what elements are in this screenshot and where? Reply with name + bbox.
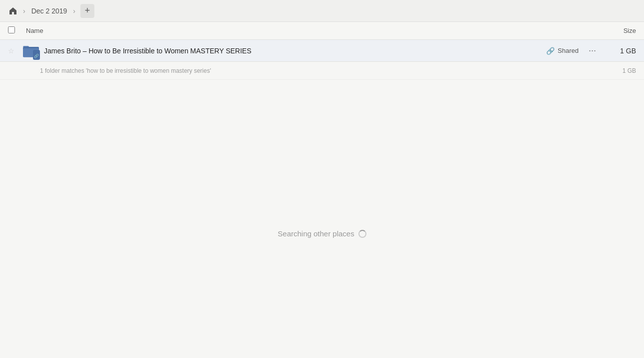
searching-text: Searching other places <box>278 229 354 238</box>
loading-spinner <box>358 230 366 238</box>
select-all-input[interactable] <box>8 26 15 33</box>
file-name: James Brito – How to Be Irresistible to … <box>44 47 546 55</box>
file-size: 1 GB <box>606 47 636 55</box>
match-size: 1 GB <box>606 67 636 74</box>
star-icon[interactable]: ☆ <box>8 47 18 55</box>
column-header-row: Name Size <box>0 22 644 40</box>
file-list-row[interactable]: ☆ 🔗 James Brito – How to Be Irresistible… <box>0 40 644 62</box>
shared-label: 🔗 Shared <box>546 47 579 55</box>
breadcrumb-chevron-2: › <box>72 7 76 15</box>
breadcrumb-date[interactable]: Dec 2 2019 <box>28 5 70 17</box>
home-breadcrumb[interactable] <box>6 4 20 18</box>
searching-area: Searching other places <box>0 229 644 238</box>
breadcrumb-chevron-1: › <box>22 7 26 15</box>
match-info-row: 1 folder matches 'how to be irresistible… <box>0 62 644 80</box>
select-all-checkbox[interactable] <box>8 26 20 35</box>
breadcrumb-bar: › Dec 2 2019 › + <box>0 0 644 22</box>
more-options-button[interactable]: ··· <box>587 43 598 58</box>
link-icon: 🔗 <box>546 47 555 55</box>
folder-icon-wrapper: 🔗 <box>22 42 40 60</box>
add-breadcrumb-button[interactable]: + <box>80 4 94 18</box>
link-badge: 🔗 <box>33 50 40 60</box>
file-actions: 🔗 Shared ··· 1 GB <box>546 43 636 58</box>
match-text: 1 folder matches 'how to be irresistible… <box>40 67 606 74</box>
size-column-header: Size <box>596 27 636 34</box>
name-column-header: Name <box>26 27 596 34</box>
